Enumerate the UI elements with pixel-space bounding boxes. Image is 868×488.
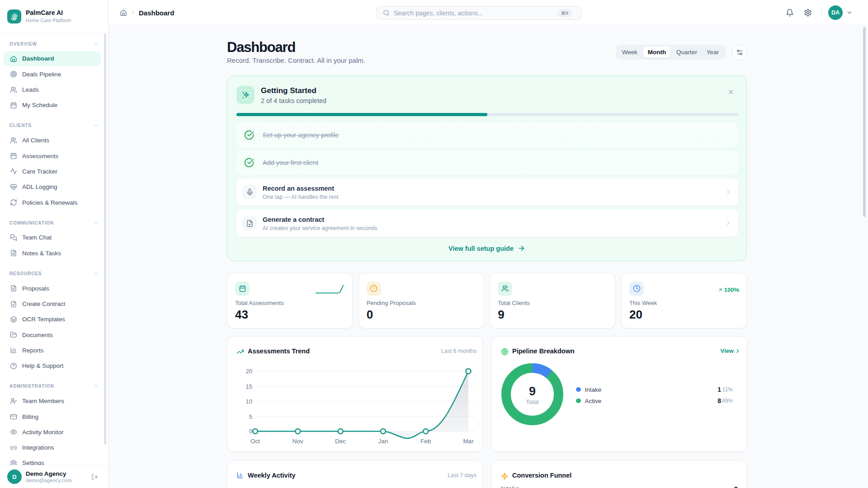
svg-text:20: 20 bbox=[246, 368, 252, 375]
svg-text:0: 0 bbox=[249, 428, 252, 435]
svg-text:Jan: Jan bbox=[378, 438, 388, 445]
svg-text:Oct: Oct bbox=[250, 438, 260, 445]
svg-text:Total: Total bbox=[526, 399, 539, 405]
svg-text:5: 5 bbox=[249, 413, 252, 420]
svg-text:9: 9 bbox=[529, 385, 536, 398]
svg-text:10: 10 bbox=[246, 398, 252, 405]
svg-text:Nov: Nov bbox=[292, 438, 303, 445]
svg-text:Dec: Dec bbox=[335, 438, 346, 445]
svg-text:Feb: Feb bbox=[420, 438, 431, 445]
svg-text:15: 15 bbox=[246, 383, 252, 390]
svg-text:Mar: Mar bbox=[463, 438, 474, 445]
